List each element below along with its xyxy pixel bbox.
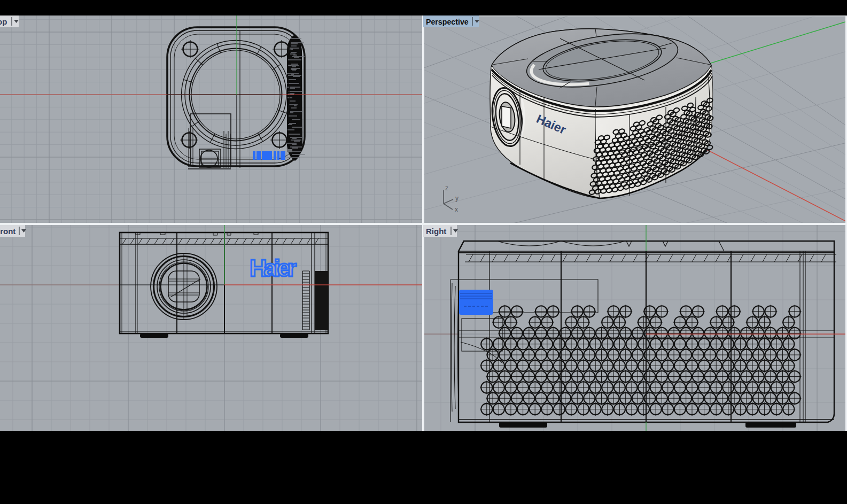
svg-text:y: y [455,195,459,202]
svg-text:Haier: Haier [250,254,297,282]
svg-text:Front: Front [0,227,15,236]
svg-text:Perspective: Perspective [426,18,469,26]
svg-text:x: x [455,206,458,213]
svg-text:Top: Top [0,17,7,26]
svg-text:z: z [445,184,448,192]
svg-text:Right: Right [426,227,446,236]
